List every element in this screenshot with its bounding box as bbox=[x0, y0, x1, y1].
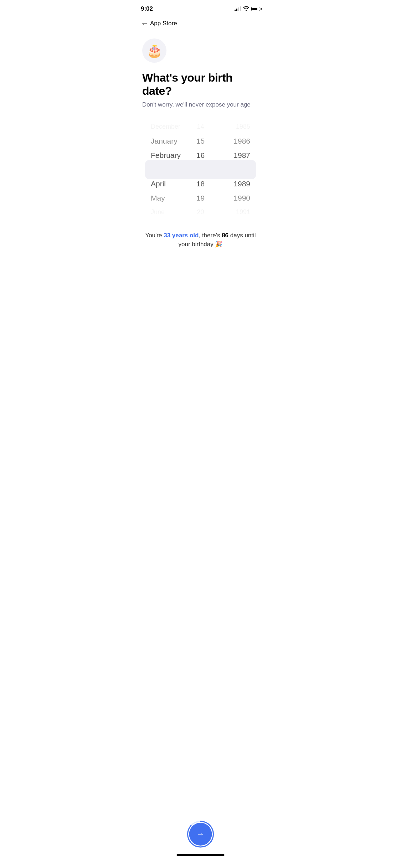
day-item-selected[interactable]: 17 bbox=[181, 162, 220, 177]
signal-icon bbox=[235, 7, 241, 11]
battery-icon bbox=[251, 7, 260, 11]
day-column[interactable]: 14 15 16 17 18 19 20 bbox=[181, 120, 220, 219]
birthday-icon: 🎂 bbox=[142, 38, 166, 63]
month-item-selected[interactable]: March bbox=[142, 162, 181, 177]
day-item[interactable]: 16 bbox=[181, 148, 220, 162]
back-button[interactable]: ← App Store bbox=[141, 18, 177, 29]
year-item[interactable]: 1989 bbox=[220, 177, 259, 191]
age-highlight: 33 years old bbox=[164, 232, 199, 239]
month-column[interactable]: December January February March April Ma… bbox=[142, 120, 181, 219]
year-item[interactable]: 1987 bbox=[220, 148, 259, 162]
month-item[interactable]: December bbox=[142, 120, 181, 134]
days-count: 86 bbox=[222, 232, 228, 239]
month-item[interactable]: May bbox=[142, 191, 181, 205]
date-picker[interactable]: December January February March April Ma… bbox=[142, 120, 259, 219]
page-title: What's your birth date? bbox=[142, 71, 259, 98]
nav-bar: ← App Store bbox=[134, 16, 267, 31]
day-item[interactable]: 14 bbox=[181, 120, 220, 134]
back-label: App Store bbox=[150, 20, 177, 27]
day-item[interactable]: 20 bbox=[181, 205, 220, 219]
year-column[interactable]: 1985 1986 1987 1988 1989 1990 1991 bbox=[220, 120, 259, 219]
birthday-message: You're 33 years old, there's 86 days unt… bbox=[142, 231, 259, 249]
picker-columns: December January February March April Ma… bbox=[142, 120, 259, 219]
month-item[interactable]: February bbox=[142, 148, 181, 162]
status-icons bbox=[235, 6, 260, 12]
back-arrow-icon: ← bbox=[141, 20, 149, 27]
month-item[interactable]: January bbox=[142, 134, 181, 148]
day-item[interactable]: 15 bbox=[181, 134, 220, 148]
status-bar: 9:02 bbox=[134, 0, 267, 16]
main-content: 🎂 What's your birth date? Don't worry, w… bbox=[134, 31, 267, 249]
year-item[interactable]: 1986 bbox=[220, 134, 259, 148]
year-item[interactable]: 1985 bbox=[220, 120, 259, 134]
month-item[interactable]: April bbox=[142, 177, 181, 191]
page-subtitle: Don't worry, we'll never expose your age bbox=[142, 101, 259, 108]
wifi-icon bbox=[243, 6, 249, 12]
day-item[interactable]: 19 bbox=[181, 191, 220, 205]
year-item[interactable]: 1990 bbox=[220, 191, 259, 205]
year-item-selected[interactable]: 1988 bbox=[220, 162, 259, 177]
year-item[interactable]: 1991 bbox=[220, 205, 259, 219]
day-item[interactable]: 18 bbox=[181, 177, 220, 191]
month-item[interactable]: June bbox=[142, 205, 181, 219]
status-time: 9:02 bbox=[141, 5, 153, 12]
